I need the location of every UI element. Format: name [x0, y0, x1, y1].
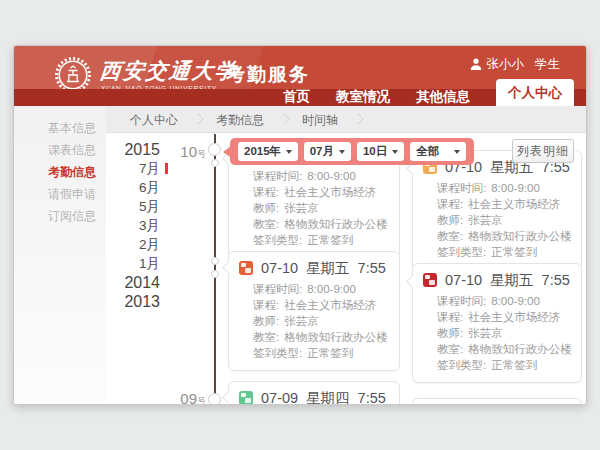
card-weekday: 星期四 [306, 389, 350, 406]
app-header: 西安交通大学 XI'AN JIAO TONG UNIVERSITY 考勤服务 张… [14, 46, 587, 106]
card-weekday: 星期五 [306, 259, 350, 278]
timeline-node [208, 143, 221, 156]
timeline-period[interactable]: 3月 [110, 216, 160, 235]
timeline-periods: 20157月6月5月3月2月1月20142013 [110, 140, 160, 311]
timeline-period[interactable]: 6月 [110, 178, 160, 197]
card-time: 7:55 [358, 390, 386, 405]
attendance-card[interactable]: 07-10 星期五 7:55 课程时间:8:00-9:00 课程:社会主义市场经… [228, 251, 400, 371]
university-name-cn: 西安交通大学 [99, 57, 240, 85]
day-label-10: 10号 [170, 143, 206, 161]
card-row: 教室:格物致知行政办公楼 [253, 218, 389, 230]
breadcrumb-chevron-icon [278, 113, 289, 124]
card-time: 7:55 [542, 272, 570, 288]
card-header: 07-10 星期五 7:55 [423, 272, 571, 288]
chevron-down-icon [392, 150, 398, 154]
card-row: 课程:社会主义市场经济 [437, 311, 571, 323]
breadcrumb-chevron-icon [192, 113, 203, 124]
card-row: 课程:社会主义市场经济 [437, 198, 571, 210]
list-detail-button[interactable]: 列表明细 [512, 139, 574, 163]
nav-item[interactable]: 首页 [283, 88, 310, 106]
type-select[interactable]: 全部 [410, 142, 466, 161]
chevron-down-icon [286, 150, 292, 154]
card-date: 07-09 [261, 390, 298, 405]
user-role: 学生 [535, 56, 560, 73]
nav-item[interactable]: 教室情况 [336, 88, 390, 106]
card-tail [222, 261, 235, 274]
user-name: 张小小 [487, 56, 525, 73]
breadcrumb-item[interactable]: 个人中心 [130, 113, 178, 127]
sidebar-item[interactable]: 请假申请 [48, 188, 106, 201]
day-select[interactable]: 10日 [357, 142, 404, 161]
main-nav: 首页教室情况其他信息个人中心 [283, 79, 574, 106]
card-row: 教师:张芸京 [253, 315, 389, 327]
card-row: 教室:格物致知行政办公楼 [253, 331, 389, 343]
card-row: 教师:张芸京 [437, 214, 571, 226]
sidebar-item[interactable]: 订阅信息 [48, 210, 106, 223]
attendance-card[interactable]: 07-10 星期五 7:55 课程时间:8:00-9:00 课程:社会主义市场经… [412, 150, 582, 270]
breadcrumb: 个人中心 考勤信息 时间轴 [106, 106, 587, 133]
breadcrumb-chevron-icon [352, 113, 363, 124]
timeline-period[interactable]: 2014 [110, 273, 160, 292]
sidebar-item[interactable]: 课表信息 [48, 144, 106, 157]
timeline-period[interactable]: 1月 [110, 254, 160, 273]
sidebar-item[interactable]: 考勤信息 [48, 166, 106, 179]
breadcrumb-item[interactable]: 时间轴 [302, 113, 338, 127]
attendance-type-icon [423, 273, 437, 287]
chevron-down-icon [339, 150, 345, 154]
timeline-period[interactable]: 2015 [110, 140, 160, 159]
month-select[interactable]: 07月 [304, 142, 351, 161]
card-time: 7:55 [358, 260, 386, 276]
card-row: 课程:社会主义市场经济 [253, 299, 389, 311]
nav-tab-active[interactable]: 个人中心 [496, 79, 574, 106]
card-date: 07-10 [261, 260, 298, 276]
card-row: 签到类型:正常签到 [253, 234, 389, 246]
timeline-node [211, 270, 219, 278]
timeline-period[interactable]: 7月 [110, 159, 160, 178]
card-weekday: 星期五 [490, 271, 534, 290]
timeline-period[interactable]: 2013 [110, 292, 160, 311]
year-select[interactable]: 2015年 [238, 142, 298, 161]
card-row: 教师:张芸京 [253, 202, 389, 214]
card-row: 签到类型:正常签到 [437, 246, 571, 258]
card-row: 教室:格物致知行政办公楼 [437, 230, 571, 242]
timeline-node [211, 159, 219, 167]
app-window: 西安交通大学 XI'AN JIAO TONG UNIVERSITY 考勤服务 张… [13, 45, 587, 405]
user-icon [470, 58, 482, 71]
attendance-card[interactable]: 07-10 星期五 7:55 课程时间:8:00-9:00 课程:社会主义市场经… [412, 263, 582, 383]
card-row: 签到类型:正常签到 [437, 359, 571, 371]
card-row: 课程:社会主义市场经济 [253, 186, 389, 198]
timeline-node [211, 257, 219, 265]
timeline-period[interactable]: 2月 [110, 235, 160, 254]
card-row: 课程时间:8:00-9:00 [253, 283, 389, 295]
timeline-period[interactable]: 5月 [110, 197, 160, 216]
card-rows: 课程时间:8:00-9:00 课程:社会主义市场经济 教师:张芸京 教室:格物致… [239, 283, 389, 359]
card-row: 课程时间:8:00-9:00 [253, 170, 389, 182]
attendance-type-icon [239, 261, 253, 275]
user-info[interactable]: 张小小 学生 [470, 56, 561, 73]
day-label-09: 09号 [170, 390, 206, 405]
card-row: 课程时间:8:00-9:00 [437, 295, 571, 307]
card-header: 07-10 星期五 7:55 [239, 260, 389, 276]
timeline-node [208, 393, 221, 405]
breadcrumb-item[interactable]: 考勤信息 [216, 113, 264, 127]
nav-item[interactable]: 其他信息 [416, 88, 470, 106]
card-rows: 课程时间:8:00-9:00 课程:社会主义市场经济 教师:张芸京 教室:格物致… [239, 170, 389, 246]
card-date: 07-10 [445, 272, 482, 288]
card-tail [406, 275, 419, 288]
card-header: 07-09 星期四 7:55 [239, 390, 389, 405]
card-row: 课程时间:8:00-9:00 [437, 182, 571, 194]
chevron-down-icon [454, 150, 460, 154]
card-rows: 课程时间:8:00-9:00 课程:社会主义市场经济 教师:张芸京 教室:格物致… [423, 295, 571, 371]
filter-bar: 2015年 07月 10日 全部 [230, 138, 474, 165]
card-rows: 课程时间:8:00-9:00 课程:社会主义市场经济 教师:张芸京 教室:格物致… [423, 182, 571, 258]
attendance-card[interactable]: 07-09 星期四 7:55 [228, 381, 400, 405]
card-tail [222, 391, 235, 404]
card-row: 教室:格物致知行政办公楼 [437, 343, 571, 355]
card-row: 教师:张芸京 [437, 327, 571, 339]
attendance-card[interactable] [412, 398, 582, 405]
sidebar: 基本信息课表信息考勤信息请假申请订阅信息 [14, 106, 106, 405]
sidebar-item[interactable]: 基本信息 [48, 122, 106, 135]
attendance-type-icon [239, 391, 253, 405]
card-row: 签到类型:正常签到 [253, 347, 389, 359]
